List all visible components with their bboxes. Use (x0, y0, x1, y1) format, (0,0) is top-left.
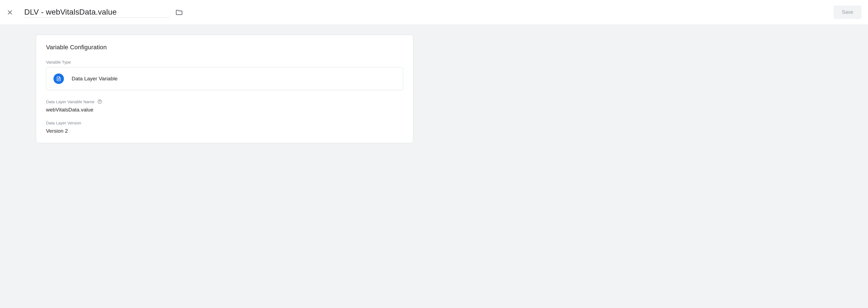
dlv-name-label: Data Layer Variable Name (46, 99, 403, 104)
close-icon (7, 9, 13, 16)
variable-type-label: Variable Type (46, 60, 403, 64)
content-area: Variable Configuration Variable Type Dat… (0, 25, 868, 308)
variable-name-input[interactable] (24, 7, 170, 18)
dlv-version-label: Data Layer Version (46, 121, 403, 125)
close-button[interactable] (7, 9, 13, 16)
save-button[interactable]: Save (834, 5, 861, 19)
variable-type-selector[interactable]: Data Layer Variable (46, 67, 403, 90)
dlv-name-value: webVitalsData.value (46, 107, 403, 113)
svg-point-3 (99, 102, 100, 103)
folder-button[interactable] (175, 8, 183, 16)
help-icon[interactable] (97, 99, 102, 104)
header: Save (0, 0, 868, 25)
dlv-version-value: Version 2 (46, 128, 403, 134)
folder-icon (175, 8, 183, 16)
card-title: Variable Configuration (46, 44, 403, 51)
variable-configuration-card: Variable Configuration Variable Type Dat… (36, 35, 413, 143)
variable-type-name: Data Layer Variable (72, 76, 118, 82)
data-layer-variable-icon (54, 73, 64, 84)
